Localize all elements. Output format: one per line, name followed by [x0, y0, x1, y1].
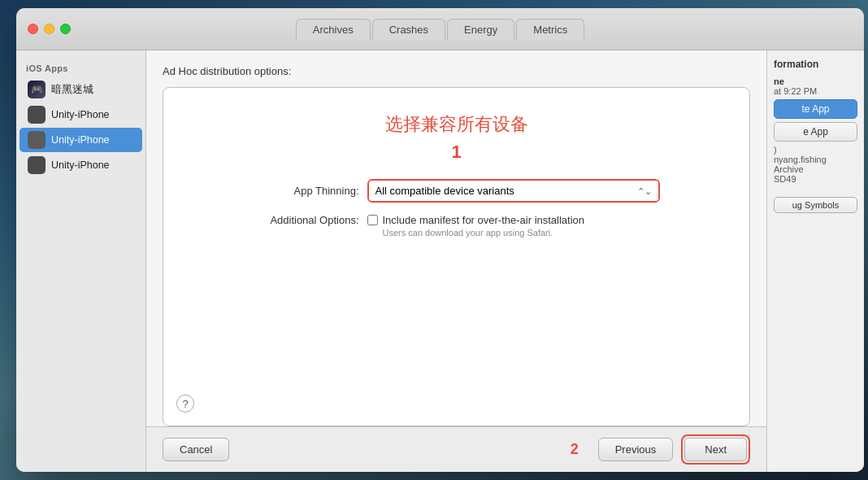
help-button[interactable]: ?: [176, 395, 194, 412]
manifest-checkbox[interactable]: [367, 215, 378, 225]
tab-archives[interactable]: Archives: [296, 19, 371, 40]
annotation-number-2: 2: [571, 441, 579, 458]
next-button-wrapper: Next: [681, 434, 750, 465]
checkbox-text: Include manifest for over-the-air instal…: [383, 214, 585, 226]
main-panel: Ad Hoc distribution options: 选择兼容所有设备 1 …: [146, 50, 766, 472]
minimize-button[interactable]: [44, 24, 54, 34]
maximize-button[interactable]: [60, 24, 71, 34]
annotation-number-1: 1: [451, 142, 461, 163]
sidebar-item-app4[interactable]: Unity-iPhone: [20, 153, 142, 177]
bottom-bar: Cancel 2 Previous Next: [146, 426, 766, 472]
checkbox-hint: Users can download your app using Safari…: [367, 228, 585, 238]
dialog-container: Ad Hoc distribution options: 选择兼容所有设备 1 …: [146, 50, 766, 426]
sidebar-item-label-1: 暗黑迷城: [51, 83, 93, 97]
app-icon-1: 🎮: [28, 81, 46, 98]
rp-info-1: ): [774, 145, 857, 155]
dialog-title: Ad Hoc distribution options:: [163, 65, 750, 77]
rp-info-4: SD49: [774, 174, 857, 184]
additional-options-row: Additional Options: Include manifest for…: [254, 214, 660, 238]
thinning-select-wrapper: All compatible device variants None iPho…: [367, 179, 660, 203]
sidebar-item-app1[interactable]: 🎮 暗黑迷城: [20, 77, 142, 102]
rp-info-2: nyang.fishing: [774, 155, 857, 164]
dialog-box: 选择兼容所有设备 1 App Thinning: All compatible …: [163, 87, 750, 426]
additional-options-label: Additional Options:: [254, 214, 367, 226]
sidebar-item-app2[interactable]: Unity-iPhone: [20, 103, 142, 127]
checkbox-content: Include manifest for over-the-air instal…: [367, 214, 585, 238]
right-panel: formation ne at 9:22 PM te App e App ) n…: [766, 50, 864, 472]
rp-label-ne: ne: [774, 76, 857, 86]
app-icon-2: [28, 106, 46, 124]
app-thinning-row: App Thinning: All compatible device vari…: [254, 179, 660, 203]
app-button-2[interactable]: e App: [774, 122, 857, 142]
right-panel-title: formation: [774, 59, 857, 70]
checkbox-line: Include manifest for over-the-air instal…: [367, 214, 585, 226]
content-area: iOS Apps 🎮 暗黑迷城 Unity-iPhone Unity-iPhon…: [16, 50, 864, 472]
rp-info-3: Archive: [774, 164, 857, 174]
bottom-bar-right: 2 Previous Next: [571, 434, 750, 465]
titlebar: Archives Crashes Energy Metrics: [16, 8, 864, 50]
close-button[interactable]: [28, 24, 38, 34]
rp-value-time: at 9:22 PM: [774, 86, 857, 96]
next-button[interactable]: Next: [684, 438, 747, 461]
tab-energy[interactable]: Energy: [447, 19, 514, 40]
cancel-button[interactable]: Cancel: [163, 438, 229, 461]
sidebar-item-label-3: Unity-iPhone: [51, 134, 110, 146]
app-icon-3: [28, 131, 46, 149]
tab-metrics[interactable]: Metrics: [516, 19, 584, 40]
app-thinning-label: App Thinning:: [254, 185, 367, 197]
tabs-container: Archives Crashes Energy Metrics: [296, 19, 584, 40]
debug-symbols-button[interactable]: ug Symbols: [774, 197, 857, 213]
annotation-text: 选择兼容所有设备: [385, 112, 528, 137]
sidebar-item-label-4: Unity-iPhone: [51, 159, 110, 171]
sidebar-item-app3[interactable]: Unity-iPhone: [20, 128, 142, 152]
bottom-bar-left: Cancel: [163, 438, 571, 461]
app-icon-4: [28, 156, 46, 174]
previous-button[interactable]: Previous: [598, 438, 674, 461]
main-window: Archives Crashes Energy Metrics iOS Apps…: [16, 8, 864, 472]
sidebar-section-label: iOS Apps: [16, 60, 145, 76]
sidebar-item-label-2: Unity-iPhone: [51, 109, 110, 120]
tab-crashes[interactable]: Crashes: [372, 19, 445, 40]
sidebar: iOS Apps 🎮 暗黑迷城 Unity-iPhone Unity-iPhon…: [16, 50, 146, 472]
thinning-select[interactable]: All compatible device variants None iPho…: [369, 181, 658, 201]
traffic-lights: [28, 24, 71, 34]
distribute-app-button[interactable]: te App: [774, 99, 857, 119]
